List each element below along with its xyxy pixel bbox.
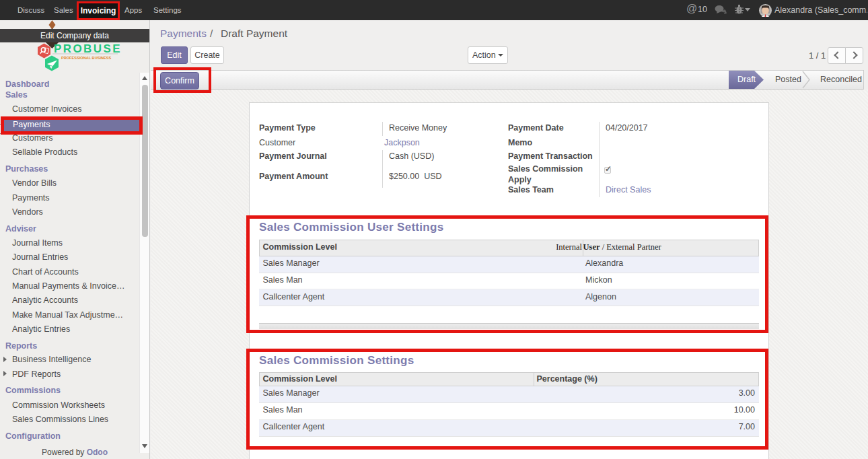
svg-text:PROBUSE: PROBUSE bbox=[54, 42, 122, 55]
svg-text:PROFESSIONAL BUSINESS: PROFESSIONAL BUSINESS bbox=[61, 56, 111, 60]
